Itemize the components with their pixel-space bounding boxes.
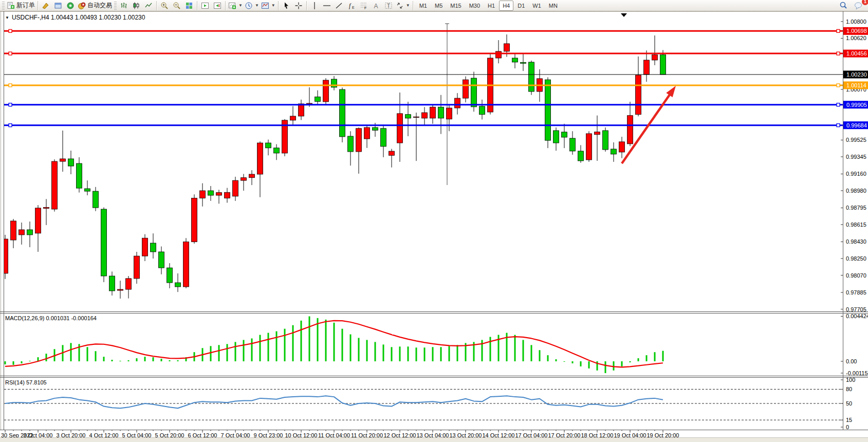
horizontal-lines[interactable] [4,29,843,126]
chevron-down-icon[interactable]: ▼ [271,3,275,8]
time-label: 19 Oct 04:00 [614,432,647,437]
chevron-down-icon[interactable]: ▼ [406,3,410,8]
toolbar-grip[interactable] [2,2,5,10]
styler-button[interactable] [40,1,52,11]
chart-canvas[interactable]: 1.008001.006201.000700.995250.993450.991… [0,11,868,437]
indicators-button[interactable]: ▼ [227,1,244,11]
text-tool-button[interactable]: A [370,1,382,11]
svg-text:80: 80 [846,386,852,392]
macd-axis[interactable]: 0.0044240.00-0.001158 [841,313,868,376]
timeframe-button-h4[interactable]: H4 [499,1,513,11]
timeframe-button-w1[interactable]: W1 [529,1,545,11]
zoom-in-button[interactable] [158,1,171,11]
chevron-down-icon[interactable]: ▼ [238,3,243,8]
fibo-channel-tool-button[interactable]: fE [345,1,358,11]
fibo-retracement-tool-button[interactable]: F [358,1,370,11]
separator [197,1,197,10]
svg-text:100: 100 [846,377,855,383]
autotrade-icon [78,2,86,10]
timeframe-button-m30[interactable]: M30 [466,1,484,11]
label-tool-button[interactable]: T [382,1,395,11]
tile-windows-button[interactable] [183,1,195,11]
zoom-out-button[interactable] [171,1,183,11]
separator [156,1,157,10]
cursor-button[interactable] [280,1,292,11]
separator [306,1,307,10]
timeframe-button-m5[interactable]: M5 [431,1,446,11]
chart-title-text: USDCHF-,H4 1.00443 1.00493 1.00230 1.002… [12,14,145,21]
trendline-tool-button[interactable] [333,1,345,11]
line-chart-icon [144,2,153,10]
svg-text:50: 50 [846,400,852,407]
main-toolbar: 新订单 自动交易 ▼ ▼ ▼ fE F A T ▼ M1M5M15M30H1H4… [0,0,868,11]
svg-text:1.00800: 1.00800 [846,19,866,25]
time-label: 9 Oct 23:00 [254,432,283,437]
time-label: 19 Oct 20:00 [647,432,679,437]
zoom-out-icon [173,2,181,10]
timeframe-button-d1[interactable]: D1 [514,1,528,11]
price-badge-0.99905: 0.99905 [846,102,867,108]
new-order-button[interactable]: 新订单 [6,1,36,11]
svg-text:F: F [364,6,366,10]
time-label: 5 Oct 04:00 [122,432,152,437]
text-label-icon: T [384,2,393,10]
price-badge-0.99684: 0.99684 [846,122,867,128]
arrows-tool-button[interactable]: ▼ [395,1,411,11]
timeframe-button-h1[interactable]: H1 [484,1,498,11]
candlestick-button[interactable] [130,1,142,11]
indicators-icon [228,2,236,10]
time-label: 14 Oct 12:00 [483,432,515,437]
chart-window[interactable]: 1.008001.006201.000700.995250.993450.991… [0,11,868,437]
rsi-name: RSI(14) [5,379,25,385]
crosshair-icon [294,2,303,10]
time-label: 11 Oct 04:00 [318,432,350,437]
search-icon [839,1,848,10]
notification-badge: 1 [862,0,868,5]
auto-scroll-button[interactable] [199,1,211,11]
search-button[interactable] [837,1,849,11]
timeframe-button-mn[interactable]: MN [545,1,561,11]
crosshair-button[interactable] [292,1,305,11]
macd-main-value: 0.001031 [46,315,69,321]
chart-shift-button[interactable] [211,1,224,11]
time-axis[interactable]: 30 Sep 20223 Oct 04:003 Oct 20:004 Oct 1… [1,430,679,438]
rsi-value: 57.8105 [26,379,47,385]
tile-windows-icon [185,2,193,10]
zoom-in-icon [160,2,169,10]
vline-tool-button[interactable] [308,1,321,11]
data-window-button[interactable] [64,1,77,11]
chevron-down-icon[interactable]: ▼ [5,15,9,20]
notifications-button[interactable]: 1 [853,1,865,11]
toolbar-grip[interactable] [114,2,117,10]
toolbar-right-group: 1 [837,1,865,11]
cursor-icon [282,2,290,10]
price-axis[interactable]: 1.008001.006201.000700.995250.993450.991… [841,19,868,312]
time-label: 17 Oct 04:00 [515,432,548,437]
chevron-down-icon[interactable]: ▼ [255,3,259,8]
candlestick-icon [132,2,140,10]
market-watch-button[interactable] [52,1,64,11]
svg-text:0.00: 0.00 [846,358,857,364]
autotrade-button[interactable]: 自动交易 [77,1,113,11]
separator [413,1,413,10]
templates-button[interactable]: ▼ [260,1,276,11]
bar-chart-button[interactable] [118,1,130,11]
svg-text:0: 0 [846,424,849,430]
separator [38,1,38,10]
chart-title: ▼ USDCHF-,H4 1.00443 1.00493 1.00230 1.0… [5,14,145,21]
periods-button[interactable]: ▼ [244,1,260,11]
svg-text:0.98250: 0.98250 [846,255,866,262]
time-label: 7 Oct 04:00 [221,432,250,437]
rsi-pane [4,389,843,420]
line-chart-button[interactable] [142,1,155,11]
timeframe-button-m1[interactable]: M1 [416,1,431,11]
timeframe-button-m15[interactable]: M15 [447,1,465,11]
hline-tool-button[interactable] [321,1,333,11]
time-label: 5 Oct 20:00 [155,432,184,437]
time-label: 10 Oct 12:00 [285,432,318,437]
bar-chart-icon [120,2,128,10]
separator [278,1,279,10]
candlesticks[interactable] [3,34,666,299]
svg-text:1.00620: 1.00620 [846,35,866,41]
price-badge-1.00698: 1.00698 [846,28,867,34]
